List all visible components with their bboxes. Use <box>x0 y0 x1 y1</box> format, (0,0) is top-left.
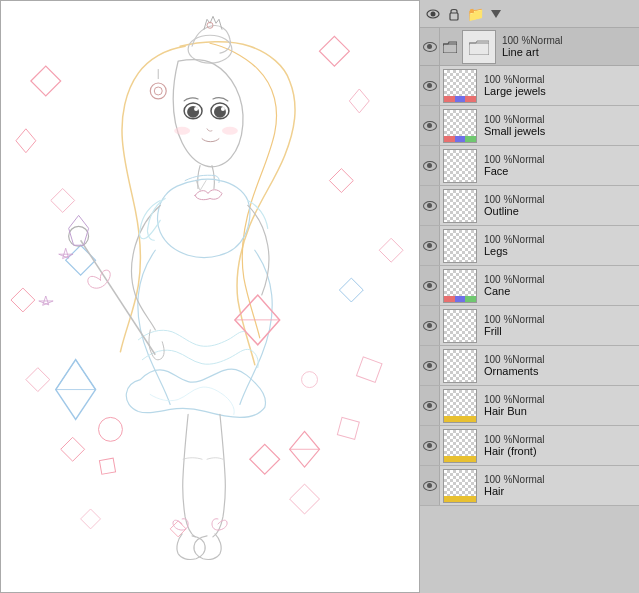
layer-thumb-large-jewels <box>443 69 477 103</box>
layer-item-frill[interactable]: 100 %Normal Frill <box>420 306 639 346</box>
layer-visibility-ornaments[interactable] <box>420 346 440 385</box>
layer-thumb-legs <box>443 229 477 263</box>
layer-name: Line art <box>502 46 635 58</box>
svg-point-18 <box>302 372 318 388</box>
svg-marker-10 <box>379 238 403 262</box>
layer-info-line-art: 100 %Normal Line art <box>498 28 639 65</box>
layer-visibility-outline[interactable] <box>420 186 440 225</box>
layer-item-ornaments[interactable]: 100 %Normal Ornaments <box>420 346 639 386</box>
svg-point-23 <box>150 83 166 99</box>
svg-line-39 <box>56 360 76 390</box>
layers-list: 100 %Normal Large jewels 100 %Norma <box>420 66 639 593</box>
svg-marker-11 <box>250 444 280 474</box>
layer-item-line-art[interactable]: 100 %Normal Line art <box>420 28 639 66</box>
svg-point-17 <box>99 417 123 441</box>
arrow-down-icon[interactable] <box>487 5 505 23</box>
layer-thumb-ornaments <box>443 349 477 383</box>
svg-marker-5 <box>61 437 85 461</box>
folder-icon[interactable]: 📁 <box>466 5 484 23</box>
svg-marker-20 <box>339 278 363 302</box>
layer-item-small-jewels[interactable]: 100 %Normal Small jewels <box>420 106 639 146</box>
svg-rect-49 <box>443 44 457 53</box>
svg-point-24 <box>154 87 162 95</box>
svg-line-34 <box>81 240 156 354</box>
layer-visibility-hair-bun[interactable] <box>420 386 440 425</box>
layer-visibility-frill[interactable] <box>420 306 440 345</box>
svg-marker-4 <box>26 368 50 392</box>
svg-marker-6 <box>81 509 101 529</box>
svg-marker-2 <box>51 189 75 213</box>
canvas-area[interactable] <box>0 0 420 593</box>
svg-point-32 <box>174 127 190 135</box>
layer-thumb-small-jewels <box>443 109 477 143</box>
layer-visibility-hair-front[interactable] <box>420 426 440 465</box>
svg-rect-50 <box>469 43 489 55</box>
svg-rect-15 <box>99 458 115 474</box>
layer-visibility-small-jewels[interactable] <box>420 106 440 145</box>
svg-marker-48 <box>491 10 501 18</box>
layer-visibility-legs[interactable] <box>420 226 440 265</box>
layer-visibility-hair[interactable] <box>420 466 440 505</box>
layer-thumb-hair <box>443 469 477 503</box>
svg-marker-7 <box>319 36 349 66</box>
layer-item-face[interactable]: 100 %Normal Face <box>420 146 639 186</box>
svg-point-30 <box>194 107 198 111</box>
layer-thumb-frill <box>443 309 477 343</box>
svg-point-33 <box>222 127 238 135</box>
layer-visibility-line-art[interactable] <box>420 28 440 65</box>
svg-rect-14 <box>337 417 359 439</box>
layer-visibility-cane[interactable] <box>420 266 440 305</box>
svg-marker-19 <box>66 245 96 275</box>
svg-line-40 <box>76 360 96 390</box>
layer-item-hair-front[interactable]: 100 %Normal Hair (front) <box>420 426 639 466</box>
panel-toolbar: 📁 <box>420 0 639 28</box>
lock-icon[interactable] <box>445 5 463 23</box>
layer-item-hair[interactable]: 100 %Normal Hair <box>420 466 639 506</box>
layer-thumb-cane <box>443 269 477 303</box>
svg-point-46 <box>431 11 436 16</box>
layers-panel: 📁 <box>420 0 639 593</box>
layer-item-legs[interactable]: 100 %Normal Legs <box>420 226 639 266</box>
svg-marker-1 <box>16 129 36 153</box>
layer-visibility-large-jewels[interactable] <box>420 66 440 105</box>
svg-rect-16 <box>356 357 382 383</box>
svg-point-31 <box>221 107 225 111</box>
layer-item-cane[interactable]: 100 %Normal Cane <box>420 266 639 306</box>
layer-item-large-jewels[interactable]: 100 %Normal Large jewels <box>420 66 639 106</box>
svg-marker-3 <box>11 288 35 312</box>
svg-point-35 <box>69 226 89 246</box>
layer-item-outline[interactable]: 100 %Normal Outline <box>420 186 639 226</box>
svg-rect-47 <box>450 13 458 20</box>
layer-visibility-face[interactable] <box>420 146 440 185</box>
svg-marker-36 <box>69 215 89 245</box>
svg-marker-9 <box>329 169 353 193</box>
layer-thumb-hair-front <box>443 429 477 463</box>
svg-marker-0 <box>31 66 61 96</box>
layer-thumb-face <box>443 149 477 183</box>
svg-marker-12 <box>290 484 320 514</box>
eye-toggle-icon[interactable] <box>424 5 442 23</box>
layer-thumb-outline <box>443 189 477 223</box>
layer-mode: 100 %Normal <box>502 35 635 46</box>
layer-thumb-hair-bun <box>443 389 477 423</box>
layer-item-hair-bun[interactable]: 100 %Normal Hair Bun <box>420 386 639 426</box>
svg-marker-8 <box>349 89 369 113</box>
